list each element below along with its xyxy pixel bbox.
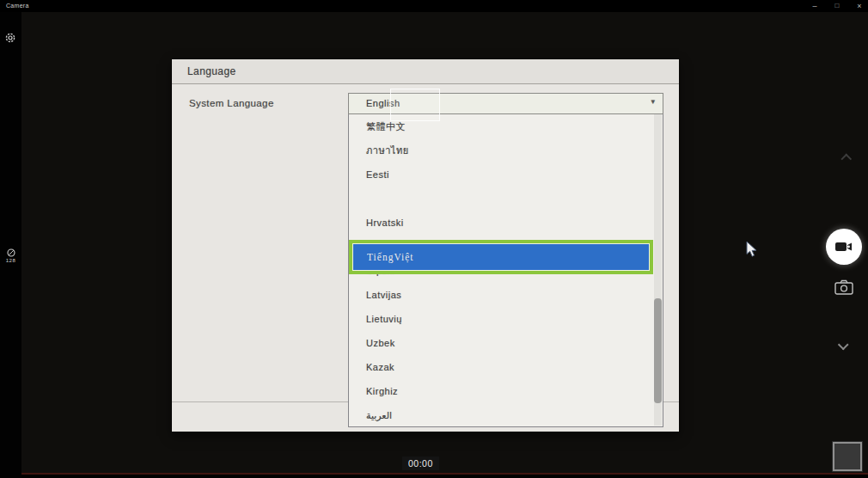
chevron-down-icon: ▾ xyxy=(651,97,655,106)
photo-counter: 128 xyxy=(0,248,21,263)
video-camera-icon xyxy=(834,241,853,253)
app-title: Camera xyxy=(6,3,29,9)
close-button[interactable]: × xyxy=(854,0,865,12)
camera-controls xyxy=(823,12,868,475)
chevron-down-icon xyxy=(838,340,849,351)
option-arabic[interactable]: العربية xyxy=(349,403,663,427)
photo-camera-icon xyxy=(834,279,853,295)
photo-counter-value: 128 xyxy=(0,258,21,263)
chevron-up-icon xyxy=(840,154,852,165)
highlight-annotation-frame: TiếngViệt xyxy=(349,240,653,274)
screen-glow-line xyxy=(21,473,868,475)
option-spacer-vietnamese xyxy=(349,187,663,211)
language-option-list[interactable]: 繁體中文 ภาษาไทย Eesti Hrvatski Slovenščina … xyxy=(348,114,663,427)
option-uzbek[interactable]: Uzbek xyxy=(349,331,663,355)
list-scrollbar-thumb[interactable] xyxy=(654,298,662,403)
dialog-header: Language xyxy=(172,59,679,84)
camera-roll-thumbnail[interactable] xyxy=(833,442,862,471)
recording-timer: 00:00 xyxy=(402,457,439,470)
option-kirghiz[interactable]: Kirghiz xyxy=(349,379,663,403)
record-video-button[interactable] xyxy=(826,229,862,265)
option-kazak[interactable]: Kazak xyxy=(349,355,663,379)
minimize-button[interactable]: – xyxy=(810,0,820,12)
timer-icon xyxy=(7,248,15,257)
annotation-box xyxy=(390,89,440,121)
option-vietnamese-selected[interactable]: TiếngViệt xyxy=(353,244,649,270)
option-thai[interactable]: ภาษาไทย xyxy=(349,138,663,162)
camera-viewfinder: Language System Language English ▾ 繁體中文 … xyxy=(21,12,868,475)
window-controls: – □ × xyxy=(810,0,865,12)
option-latvijas[interactable]: Latvijas xyxy=(349,283,663,307)
take-photo-button[interactable] xyxy=(834,279,853,295)
option-eesti[interactable]: Eesti xyxy=(349,162,663,187)
settings-button[interactable] xyxy=(4,32,16,44)
next-mode-button[interactable] xyxy=(839,344,849,354)
option-lietuviu[interactable]: Lietuvių xyxy=(349,307,663,331)
maximize-button[interactable]: □ xyxy=(832,0,842,12)
list-scrollbar-track[interactable] xyxy=(654,114,662,426)
system-language-label: System Language xyxy=(189,98,274,108)
mouse-cursor xyxy=(746,241,758,258)
language-settings-dialog: Language System Language English ▾ 繁體中文 … xyxy=(172,59,679,432)
previous-mode-button[interactable] xyxy=(839,154,849,164)
option-hrvatski[interactable]: Hrvatski xyxy=(349,211,663,235)
dialog-title: Language xyxy=(187,65,236,77)
title-bar: Camera – □ × xyxy=(0,0,868,12)
left-toolbar: 128 xyxy=(0,12,21,478)
gear-icon xyxy=(4,32,16,44)
